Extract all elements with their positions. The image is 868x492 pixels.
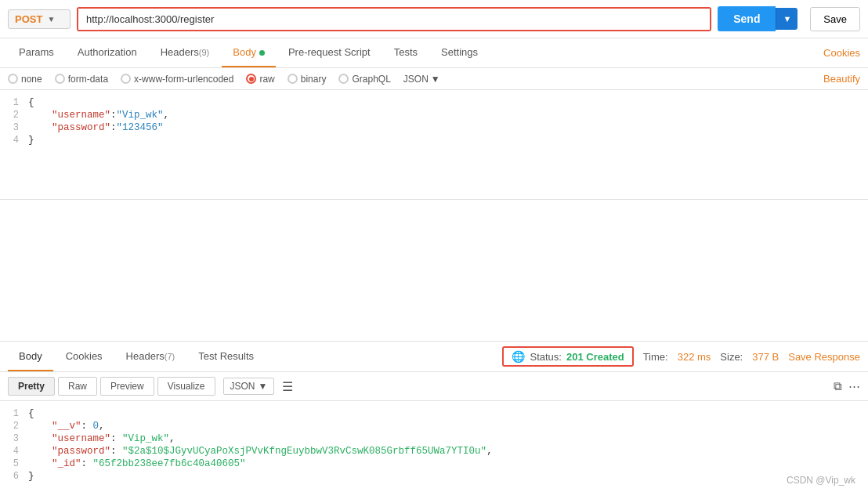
- tab-pre-request-script[interactable]: Pre-request Script: [277, 38, 382, 67]
- resp-tab-cookies[interactable]: Cookies: [55, 342, 114, 371]
- resp-line-6: 6 }: [0, 470, 868, 483]
- resp-tab-body[interactable]: Body: [8, 342, 53, 371]
- req-line-3: 3 "password":"123456": [0, 121, 868, 134]
- resp-tab-headers[interactable]: Headers(7): [115, 342, 186, 371]
- tab-settings[interactable]: Settings: [430, 38, 489, 67]
- req-line-2: 2 "username":"Vip_wk",: [0, 109, 868, 121]
- option-x-www[interactable]: x-www-form-urlencoded: [121, 74, 233, 85]
- method-select[interactable]: POST ▼: [8, 9, 71, 29]
- tab-body[interactable]: Body: [222, 38, 276, 67]
- resp-line-1: 1 {: [0, 407, 868, 420]
- response-toolbar: Pretty Raw Preview Visualize JSON ▼ ☰ ⧉ …: [0, 372, 868, 401]
- size-value: 377 B: [752, 351, 779, 363]
- view-visualize-btn[interactable]: Visualize: [157, 377, 215, 396]
- option-binary[interactable]: binary: [288, 74, 327, 85]
- body-options: none form-data x-www-form-urlencoded raw…: [0, 68, 868, 90]
- top-bar: POST ▼ Send ▼ Save: [0, 0, 868, 38]
- save-button[interactable]: Save: [810, 7, 860, 31]
- tab-params[interactable]: Params: [8, 38, 65, 67]
- more-options-icon[interactable]: ⋯: [848, 379, 860, 393]
- time-label: Time:: [643, 351, 668, 363]
- send-dropdown-button[interactable]: ▼: [776, 8, 797, 30]
- radio-raw: [246, 74, 256, 84]
- url-input-wrapper: [77, 7, 711, 31]
- method-dropdown-arrow: ▼: [47, 15, 55, 24]
- send-button-group: Send ▼: [718, 6, 797, 31]
- request-body-editor[interactable]: 1 { 2 "username":"Vip_wk", 3 "password":…: [0, 90, 868, 200]
- view-preview-btn[interactable]: Preview: [100, 377, 154, 396]
- req-line-1: 1 {: [0, 96, 868, 109]
- status-label: Status:: [530, 351, 561, 363]
- method-label: POST: [15, 13, 42, 25]
- tab-authorization[interactable]: Authorization: [67, 38, 148, 67]
- resp-line-3: 3 "username": "Vip_wk",: [0, 432, 868, 445]
- view-pretty-btn[interactable]: Pretty: [8, 377, 55, 396]
- resp-line-5: 5 "_id": "65f2bb238ee7fb6c40a40605": [0, 458, 868, 470]
- beautify-link[interactable]: Beautify: [823, 73, 860, 85]
- editor-spacer: [0, 200, 868, 341]
- response-status-group: 🌐 Status: 201 Created Time: 322 ms Size:…: [502, 342, 860, 371]
- option-none[interactable]: none: [8, 74, 42, 85]
- status-box: 🌐 Status: 201 Created: [502, 346, 633, 367]
- request-tabs: Params Authorization Headers(9) Body Pre…: [0, 38, 868, 68]
- resp-line-4: 4 "password": "$2a$10$JGyvUCyaPoXsjPVvKf…: [0, 445, 868, 458]
- option-graphql[interactable]: GraphQL: [338, 74, 390, 85]
- option-raw[interactable]: raw: [246, 74, 274, 85]
- resp-tab-test-results[interactable]: Test Results: [187, 342, 265, 371]
- radio-form-data: [55, 74, 65, 84]
- save-response-button[interactable]: Save Response: [788, 351, 860, 363]
- response-body-editor: 1 { 2 "__v": 0, 3 "username": "Vip_wk", …: [0, 401, 868, 489]
- radio-graphql: [338, 74, 349, 84]
- headers-badge: (9): [199, 48, 209, 57]
- copy-icon[interactable]: ⧉: [834, 379, 842, 393]
- radio-none: [8, 74, 18, 84]
- send-button[interactable]: Send: [718, 6, 776, 31]
- resp-line-2: 2 "__v": 0,: [0, 420, 868, 432]
- tab-headers[interactable]: Headers(9): [150, 38, 221, 67]
- radio-binary: [288, 74, 298, 84]
- status-value: 201 Created: [566, 351, 624, 363]
- url-input[interactable]: [78, 9, 710, 30]
- response-format-dropdown[interactable]: JSON ▼: [223, 378, 275, 395]
- wrap-lines-icon[interactable]: ☰: [282, 379, 293, 394]
- time-value: 322 ms: [678, 351, 711, 363]
- cookies-link[interactable]: Cookies: [823, 47, 860, 59]
- watermark: CSDN @Vip_wk: [787, 475, 855, 486]
- tab-tests[interactable]: Tests: [383, 38, 429, 67]
- view-raw-btn[interactable]: Raw: [58, 377, 97, 396]
- option-form-data[interactable]: form-data: [55, 74, 108, 85]
- globe-icon: 🌐: [512, 350, 525, 363]
- resp-headers-badge: (7): [165, 352, 175, 361]
- json-format-dropdown[interactable]: JSON ▼: [403, 74, 440, 85]
- response-header: Body Cookies Headers(7) Test Results 🌐 S…: [0, 341, 868, 372]
- radio-x-www: [121, 74, 131, 84]
- req-line-4: 4 }: [0, 134, 868, 147]
- body-dot: [259, 50, 265, 56]
- size-label: Size:: [720, 351, 743, 363]
